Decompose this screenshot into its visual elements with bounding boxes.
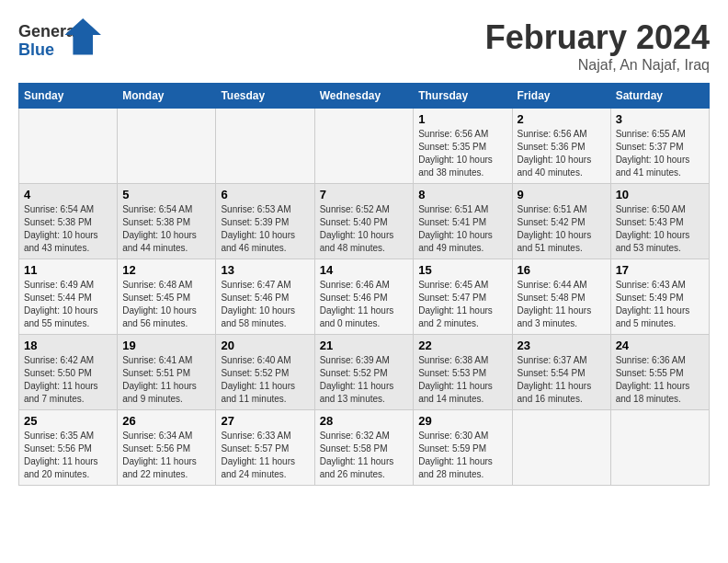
day-number: 11 [24, 263, 112, 277]
weekday-header: Saturday [610, 84, 709, 109]
calendar-week-row: 25Sunrise: 6:35 AM Sunset: 5:56 PM Dayli… [19, 410, 710, 486]
day-info: Sunrise: 6:56 AM Sunset: 5:36 PM Dayligh… [518, 128, 606, 179]
day-info: Sunrise: 6:42 AM Sunset: 5:50 PM Dayligh… [24, 354, 112, 406]
day-info: Sunrise: 6:53 AM Sunset: 5:39 PM Dayligh… [221, 203, 309, 255]
calendar-cell: 27Sunrise: 6:33 AM Sunset: 5:57 PM Dayli… [216, 410, 314, 486]
day-number: 27 [221, 414, 309, 428]
calendar-cell: 22Sunrise: 6:38 AM Sunset: 5:53 PM Dayli… [414, 335, 512, 410]
calendar-cell: 25Sunrise: 6:35 AM Sunset: 5:56 PM Dayli… [19, 410, 118, 486]
weekday-header: Tuesday [216, 84, 314, 109]
day-number: 17 [616, 263, 704, 277]
day-number: 25 [24, 414, 112, 428]
day-number: 1 [418, 112, 506, 126]
day-info: Sunrise: 6:35 AM Sunset: 5:56 PM Dayligh… [24, 430, 112, 481]
calendar-cell: 12Sunrise: 6:48 AM Sunset: 5:45 PM Dayli… [118, 259, 216, 335]
calendar-cell [610, 410, 709, 486]
day-info: Sunrise: 6:43 AM Sunset: 5:49 PM Dayligh… [616, 279, 704, 330]
day-number: 6 [221, 188, 309, 201]
day-info: Sunrise: 6:55 AM Sunset: 5:37 PM Dayligh… [616, 128, 704, 179]
calendar-cell: 23Sunrise: 6:37 AM Sunset: 5:54 PM Dayli… [512, 335, 610, 410]
day-info: Sunrise: 6:50 AM Sunset: 5:43 PM Dayligh… [616, 203, 704, 255]
calendar-cell [314, 109, 414, 184]
day-number: 18 [24, 339, 112, 352]
day-number: 20 [221, 339, 309, 352]
day-number: 22 [418, 339, 506, 352]
day-number: 23 [518, 339, 606, 352]
main-title: February 2024 [485, 18, 710, 57]
day-number: 19 [122, 339, 210, 352]
calendar-cell: 15Sunrise: 6:45 AM Sunset: 5:47 PM Dayli… [414, 259, 512, 335]
calendar-cell: 1Sunrise: 6:56 AM Sunset: 5:35 PM Daylig… [414, 109, 512, 184]
day-number: 21 [320, 339, 409, 352]
calendar-cell [512, 410, 610, 486]
day-info: Sunrise: 6:51 AM Sunset: 5:42 PM Dayligh… [518, 203, 606, 255]
calendar-cell: 26Sunrise: 6:34 AM Sunset: 5:56 PM Dayli… [118, 410, 216, 486]
day-info: Sunrise: 6:47 AM Sunset: 5:46 PM Dayligh… [221, 279, 309, 330]
logo: GeneralBlue [18, 18, 101, 60]
calendar-cell: 4Sunrise: 6:54 AM Sunset: 5:38 PM Daylig… [19, 184, 118, 259]
calendar-header-row: SundayMondayTuesdayWednesdayThursdayFrid… [19, 84, 710, 109]
calendar-week-row: 18Sunrise: 6:42 AM Sunset: 5:50 PM Dayli… [19, 335, 710, 410]
day-info: Sunrise: 6:36 AM Sunset: 5:55 PM Dayligh… [616, 354, 704, 406]
calendar-cell: 9Sunrise: 6:51 AM Sunset: 5:42 PM Daylig… [512, 184, 610, 259]
day-info: Sunrise: 6:40 AM Sunset: 5:52 PM Dayligh… [221, 354, 309, 406]
day-info: Sunrise: 6:38 AM Sunset: 5:53 PM Dayligh… [418, 354, 506, 406]
weekday-header: Wednesday [314, 84, 414, 109]
day-info: Sunrise: 6:30 AM Sunset: 5:59 PM Dayligh… [418, 430, 506, 481]
day-info: Sunrise: 6:52 AM Sunset: 5:40 PM Dayligh… [320, 203, 409, 255]
day-info: Sunrise: 6:32 AM Sunset: 5:58 PM Dayligh… [320, 430, 409, 481]
day-number: 3 [616, 112, 704, 126]
calendar-cell: 14Sunrise: 6:46 AM Sunset: 5:46 PM Dayli… [314, 259, 414, 335]
calendar-cell: 5Sunrise: 6:54 AM Sunset: 5:38 PM Daylig… [118, 184, 216, 259]
weekday-header: Friday [512, 84, 610, 109]
day-number: 16 [518, 263, 606, 277]
day-number: 2 [518, 112, 606, 126]
day-number: 8 [418, 188, 506, 201]
day-number: 29 [418, 414, 506, 428]
day-number: 10 [616, 188, 704, 201]
day-info: Sunrise: 6:33 AM Sunset: 5:57 PM Dayligh… [221, 430, 309, 481]
calendar-week-row: 4Sunrise: 6:54 AM Sunset: 5:38 PM Daylig… [19, 184, 710, 259]
day-info: Sunrise: 6:54 AM Sunset: 5:38 PM Dayligh… [24, 203, 112, 255]
calendar-cell: 18Sunrise: 6:42 AM Sunset: 5:50 PM Dayli… [19, 335, 118, 410]
day-info: Sunrise: 6:44 AM Sunset: 5:48 PM Dayligh… [518, 279, 606, 330]
day-info: Sunrise: 6:39 AM Sunset: 5:52 PM Dayligh… [320, 354, 409, 406]
day-info: Sunrise: 6:41 AM Sunset: 5:51 PM Dayligh… [122, 354, 210, 406]
calendar-cell: 21Sunrise: 6:39 AM Sunset: 5:52 PM Dayli… [314, 335, 414, 410]
day-info: Sunrise: 6:56 AM Sunset: 5:35 PM Dayligh… [418, 128, 506, 179]
calendar-cell: 13Sunrise: 6:47 AM Sunset: 5:46 PM Dayli… [216, 259, 314, 335]
calendar-cell: 10Sunrise: 6:50 AM Sunset: 5:43 PM Dayli… [610, 184, 709, 259]
day-number: 13 [221, 263, 309, 277]
weekday-header: Monday [118, 84, 216, 109]
day-number: 5 [122, 188, 210, 201]
day-number: 12 [122, 263, 210, 277]
title-section: February 2024 Najaf, An Najaf, Iraq [485, 18, 710, 74]
day-info: Sunrise: 6:48 AM Sunset: 5:45 PM Dayligh… [122, 279, 210, 330]
weekday-header: Thursday [414, 84, 512, 109]
calendar-cell: 20Sunrise: 6:40 AM Sunset: 5:52 PM Dayli… [216, 335, 314, 410]
day-number: 28 [320, 414, 409, 428]
page-header: GeneralBlue February 2024 Najaf, An Naja… [18, 18, 710, 74]
calendar-cell [118, 109, 216, 184]
svg-text:Blue: Blue [18, 40, 54, 59]
day-info: Sunrise: 6:46 AM Sunset: 5:46 PM Dayligh… [320, 279, 409, 330]
day-number: 15 [418, 263, 506, 277]
calendar-cell: 28Sunrise: 6:32 AM Sunset: 5:58 PM Dayli… [314, 410, 414, 486]
day-number: 24 [616, 339, 704, 352]
calendar-table: SundayMondayTuesdayWednesdayThursdayFrid… [18, 83, 710, 486]
calendar-cell: 6Sunrise: 6:53 AM Sunset: 5:39 PM Daylig… [216, 184, 314, 259]
day-info: Sunrise: 6:49 AM Sunset: 5:44 PM Dayligh… [24, 279, 112, 330]
calendar-cell [19, 109, 118, 184]
calendar-cell: 19Sunrise: 6:41 AM Sunset: 5:51 PM Dayli… [118, 335, 216, 410]
calendar-week-row: 1Sunrise: 6:56 AM Sunset: 5:35 PM Daylig… [19, 109, 710, 184]
calendar-cell: 24Sunrise: 6:36 AM Sunset: 5:55 PM Dayli… [610, 335, 709, 410]
day-number: 26 [122, 414, 210, 428]
calendar-cell: 16Sunrise: 6:44 AM Sunset: 5:48 PM Dayli… [512, 259, 610, 335]
day-number: 7 [320, 188, 409, 201]
logo-icon: GeneralBlue [18, 18, 101, 60]
calendar-body: 1Sunrise: 6:56 AM Sunset: 5:35 PM Daylig… [19, 109, 710, 486]
calendar-week-row: 11Sunrise: 6:49 AM Sunset: 5:44 PM Dayli… [19, 259, 710, 335]
day-number: 4 [24, 188, 112, 201]
calendar-cell: 7Sunrise: 6:52 AM Sunset: 5:40 PM Daylig… [314, 184, 414, 259]
day-info: Sunrise: 6:54 AM Sunset: 5:38 PM Dayligh… [122, 203, 210, 255]
